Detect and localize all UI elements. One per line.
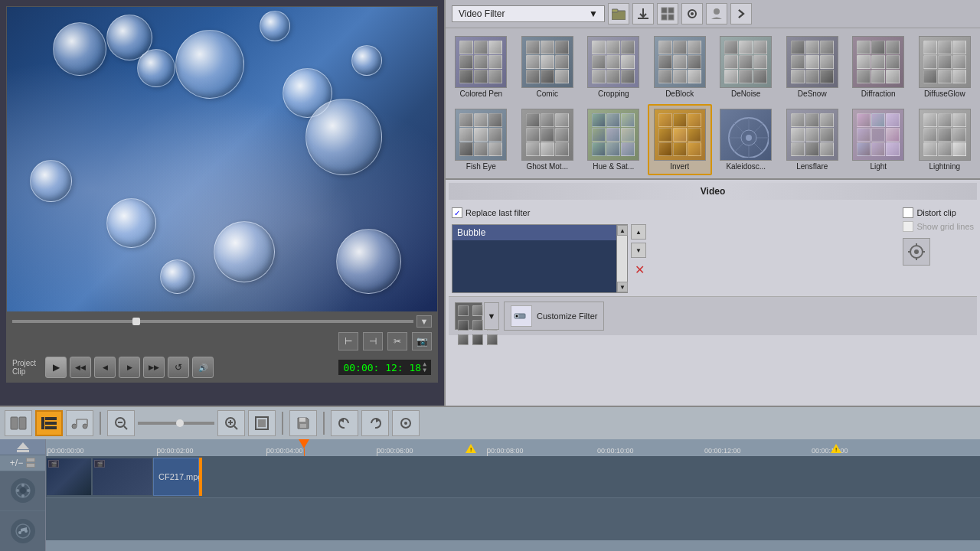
svg-rect-2 bbox=[638, 18, 648, 19]
preset-dropdown[interactable]: ▼ bbox=[484, 302, 499, 330]
track-size-up[interactable] bbox=[26, 458, 35, 462]
clip-thumb-2: 🎬 bbox=[92, 458, 153, 496]
svg-line-43 bbox=[234, 426, 237, 429]
filter-denoise[interactable]: DeNoise bbox=[714, 31, 779, 103]
filter-diffuseglow[interactable]: DiffuseGlow bbox=[913, 31, 978, 103]
filter-label-denoise: DeNoise bbox=[731, 90, 760, 98]
timeline-view-button[interactable] bbox=[35, 410, 63, 436]
settings-button[interactable] bbox=[681, 3, 703, 24]
undo-button[interactable] bbox=[331, 410, 358, 436]
download-button[interactable] bbox=[632, 3, 654, 24]
audio-view-button[interactable] bbox=[66, 410, 93, 436]
filter-fish-eye[interactable]: Fish Eye bbox=[449, 104, 514, 175]
scroll-down-arrow[interactable]: ▼ bbox=[617, 282, 628, 292]
grid-view-button[interactable] bbox=[657, 3, 678, 24]
filter-lightning[interactable]: Lightning bbox=[913, 104, 978, 175]
audio-track-icon-col bbox=[0, 511, 45, 551]
video-clip-cf217: 🎬 🎬 CF217.mpg bbox=[46, 458, 202, 496]
filter-label-deblock: DeBlock bbox=[665, 90, 694, 98]
track-size-down[interactable] bbox=[26, 463, 35, 468]
svg-rect-21 bbox=[908, 251, 911, 253]
filter-ghost-mot[interactable]: Ghost Mot... bbox=[515, 104, 580, 175]
filter-thumb-fish-eye bbox=[455, 109, 507, 161]
svg-rect-20 bbox=[916, 257, 917, 260]
distort-clip-row: Distort clip bbox=[903, 207, 974, 218]
more-button[interactable] bbox=[730, 3, 752, 24]
filter-lensflare[interactable]: Lensflare bbox=[780, 104, 845, 175]
redo-button[interactable] bbox=[361, 410, 389, 436]
filter-list-scrollbar[interactable]: ▲ ▼ bbox=[616, 225, 627, 292]
filter-thumb-colored-pen bbox=[455, 36, 507, 88]
show-grid-label: Show grid lines bbox=[916, 222, 974, 231]
svg-rect-46 bbox=[299, 418, 305, 422]
add-track-button[interactable]: +/− bbox=[10, 458, 23, 468]
filter-light[interactable]: Light bbox=[846, 104, 911, 175]
zoom-slider[interactable] bbox=[138, 422, 214, 425]
settings-2-button[interactable] bbox=[392, 410, 420, 436]
replace-filter-checkbox[interactable] bbox=[452, 207, 462, 218]
filter-invert[interactable]: Invert bbox=[648, 104, 713, 175]
filter-kaleidosc[interactable]: Kaleidosc... bbox=[714, 104, 779, 175]
prev-button[interactable]: ◀◀ bbox=[70, 357, 91, 378]
filter-cropping[interactable]: Cropping bbox=[581, 31, 646, 103]
filter-thumb-denoise bbox=[720, 36, 772, 88]
volume-button[interactable]: 🔊 bbox=[192, 357, 214, 378]
delete-filter-button[interactable]: ✕ bbox=[631, 261, 648, 278]
ruler-mark-6: 00:00:12:00 bbox=[704, 447, 741, 455]
filter-preset-selector[interactable]: ▼ bbox=[455, 302, 499, 330]
mark-out-button[interactable]: ⊣ bbox=[363, 332, 383, 350]
scroll-up-arrow[interactable]: ▲ bbox=[617, 225, 628, 236]
play-button[interactable]: ▶ bbox=[45, 357, 67, 378]
timeline-main: +/− bbox=[0, 439, 980, 551]
time-spinner[interactable]: ▲ ▼ bbox=[423, 361, 426, 373]
ruler-mark-3: 00:00:06:00 bbox=[377, 447, 413, 455]
next-button[interactable]: ▶▶ bbox=[143, 357, 165, 378]
filter-diffraction[interactable]: Diffraction bbox=[846, 31, 911, 103]
playhead[interactable] bbox=[299, 439, 309, 456]
forward-button[interactable]: ▶ bbox=[119, 357, 140, 378]
video-seek-bar[interactable]: ▼ bbox=[6, 312, 438, 331]
filter-thumb-lightning bbox=[919, 109, 971, 161]
zoom-in-button[interactable] bbox=[217, 410, 245, 436]
cut-button[interactable]: ✂ bbox=[387, 332, 407, 350]
filter-dropdown[interactable]: Video Filter ▼ bbox=[452, 5, 605, 22]
filter-label-colored-pen: Colored Pen bbox=[459, 90, 502, 98]
open-folder-button[interactable] bbox=[608, 3, 629, 24]
bubble-8 bbox=[351, 45, 382, 76]
snapshot-button[interactable]: 📷 bbox=[412, 332, 432, 350]
customize-filter-icon bbox=[511, 305, 532, 327]
fit-timeline-button[interactable] bbox=[248, 410, 276, 436]
distort-clip-checkbox[interactable] bbox=[903, 207, 913, 218]
save-project-button[interactable] bbox=[289, 410, 317, 436]
eject-button[interactable] bbox=[0, 439, 45, 455]
dropdown-arrow-icon: ▼ bbox=[589, 8, 598, 19]
project-clip-labels: Project Clip bbox=[12, 359, 36, 376]
replace-filter-label: Replace last filter bbox=[466, 208, 530, 217]
seek-dropdown[interactable]: ▼ bbox=[416, 315, 432, 328]
mark-in-button[interactable]: ⊢ bbox=[338, 332, 358, 350]
profile-button[interactable] bbox=[706, 3, 727, 24]
zoom-out-button[interactable] bbox=[107, 410, 135, 436]
filter-colored-pen[interactable]: Colored Pen bbox=[449, 31, 514, 103]
ruler-inner: 00:00:00:00 00:00:02:00 00:00:04:00 00:0… bbox=[46, 439, 980, 456]
playhead-line bbox=[304, 448, 305, 456]
seek-slider[interactable] bbox=[12, 320, 413, 323]
loop-button[interactable]: ↺ bbox=[168, 357, 189, 378]
gear-button[interactable] bbox=[903, 238, 930, 266]
storyboard-view-button[interactable] bbox=[5, 410, 32, 436]
warning-marker-1: ! bbox=[466, 444, 476, 455]
show-grid-row: Show grid lines bbox=[903, 221, 974, 232]
film-track-icon-col bbox=[0, 471, 45, 511]
svg-point-18 bbox=[914, 249, 919, 254]
filter-comic[interactable]: Comic bbox=[515, 31, 580, 103]
filter-move-up[interactable]: ▲ bbox=[631, 224, 646, 240]
filter-list-item-bubble[interactable]: Bubble bbox=[452, 225, 627, 240]
filter-hue-sat[interactable]: Hue & Sat... bbox=[581, 104, 646, 175]
rewind-button[interactable]: ◀ bbox=[94, 357, 116, 378]
filter-deblock[interactable]: DeBlock bbox=[648, 31, 713, 103]
filter-move-down[interactable]: ▼ bbox=[631, 243, 646, 258]
filter-desnow[interactable]: DeSnow bbox=[780, 31, 845, 103]
svg-point-57 bbox=[21, 494, 24, 497]
filter-thumb-diffraction bbox=[852, 36, 904, 88]
customize-filter-button[interactable]: Customize Filter bbox=[504, 302, 604, 331]
